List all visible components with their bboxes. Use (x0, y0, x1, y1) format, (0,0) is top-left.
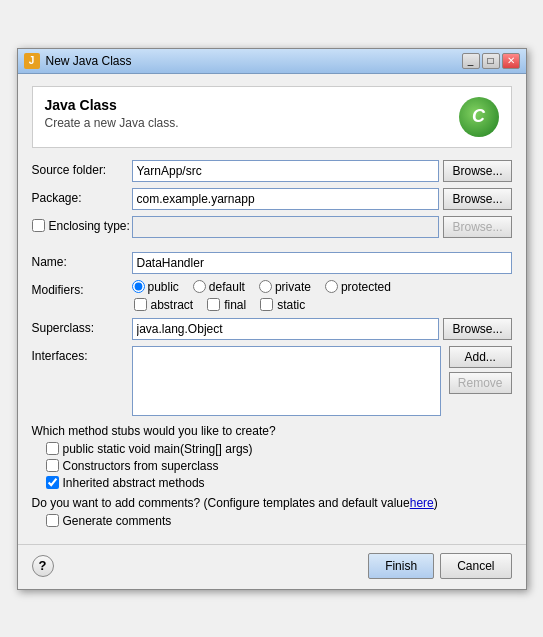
name-input-group (132, 252, 512, 274)
enclosing-type-checkbox-label[interactable]: Enclosing type: (32, 219, 132, 233)
source-folder-row: Source folder: Browse... (32, 160, 512, 182)
superclass-input[interactable] (132, 318, 440, 340)
method-stubs-question: Which method stubs would you like to cre… (32, 424, 512, 438)
action-buttons: Finish Cancel (368, 553, 511, 579)
package-input-group: Browse... (132, 188, 512, 210)
minimize-button[interactable]: _ (462, 53, 480, 69)
comments-link[interactable]: here (410, 496, 434, 510)
dialog-title: New Java Class (46, 54, 132, 68)
close-button[interactable]: ✕ (502, 53, 520, 69)
eclipse-icon: C (459, 97, 499, 137)
stub-main-checkbox[interactable] (46, 442, 59, 455)
help-button[interactable]: ? (32, 555, 54, 577)
generate-comments-label[interactable]: Generate comments (46, 514, 512, 528)
title-bar-left: J New Java Class (24, 53, 132, 69)
comments-section: Do you want to add comments? (Configure … (32, 496, 512, 528)
package-label: Package: (32, 188, 132, 205)
new-java-class-dialog: J New Java Class _ □ ✕ Java Class Create… (17, 48, 527, 590)
source-folder-browse-button[interactable]: Browse... (443, 160, 511, 182)
stub-inherited-checkbox[interactable] (46, 476, 59, 489)
title-bar: J New Java Class _ □ ✕ (18, 49, 526, 74)
modifier-public-label[interactable]: public (132, 280, 179, 294)
superclass-row: Superclass: Browse... (32, 318, 512, 340)
modifier-checkbox-group: abstract final static (132, 298, 512, 312)
superclass-label: Superclass: (32, 318, 132, 335)
enclosing-type-checkbox[interactable] (32, 219, 45, 232)
interfaces-add-button[interactable]: Add... (449, 346, 512, 368)
interfaces-textarea[interactable] (132, 346, 441, 416)
modifier-protected-radio[interactable] (325, 280, 338, 293)
modifiers-row: Modifiers: public default private (32, 280, 512, 312)
enclosing-type-browse-button[interactable]: Browse... (443, 216, 511, 238)
stub-main-label[interactable]: public static void main(String[] args) (46, 442, 512, 456)
modifier-abstract-checkbox[interactable] (134, 298, 147, 311)
interfaces-buttons: Add... Remove (449, 346, 512, 394)
modifier-public-radio[interactable] (132, 280, 145, 293)
cancel-button[interactable]: Cancel (440, 553, 511, 579)
modifier-abstract-label[interactable]: abstract (134, 298, 194, 312)
modifier-final-label[interactable]: final (207, 298, 246, 312)
source-folder-input-group: Browse... (132, 160, 512, 182)
modifier-protected-label[interactable]: protected (325, 280, 391, 294)
bottom-bar: ? Finish Cancel (18, 544, 526, 589)
enclosing-type-input-group: Browse... (132, 216, 512, 238)
modifier-default-label[interactable]: default (193, 280, 245, 294)
modifiers-label: Modifiers: (32, 280, 132, 297)
modifier-default-radio[interactable] (193, 280, 206, 293)
interfaces-input-group: Add... Remove (132, 346, 512, 416)
superclass-browse-button[interactable]: Browse... (443, 318, 511, 340)
modifier-static-label[interactable]: static (260, 298, 305, 312)
stub-inherited-label[interactable]: Inherited abstract methods (46, 476, 512, 490)
header-subtitle: Create a new Java class. (45, 116, 179, 130)
enclosing-type-row: Enclosing type: Browse... (32, 216, 512, 238)
maximize-button[interactable]: □ (482, 53, 500, 69)
superclass-input-group: Browse... (132, 318, 512, 340)
modifier-private-radio[interactable] (259, 280, 272, 293)
header-section: Java Class Create a new Java class. C (32, 86, 512, 148)
modifier-static-checkbox[interactable] (260, 298, 273, 311)
header-title: Java Class (45, 97, 179, 113)
comments-question-text: Do you want to add comments? (Configure … (32, 496, 512, 510)
access-radio-group: public default private protected (132, 280, 512, 294)
package-browse-button[interactable]: Browse... (443, 188, 511, 210)
name-input[interactable] (132, 252, 512, 274)
finish-button[interactable]: Finish (368, 553, 434, 579)
title-buttons: _ □ ✕ (462, 53, 520, 69)
dialog-icon: J (24, 53, 40, 69)
enclosing-type-input[interactable] (132, 216, 440, 238)
generate-comments-checkbox[interactable] (46, 514, 59, 527)
modifier-final-checkbox[interactable] (207, 298, 220, 311)
modifiers-options: public default private protected (132, 280, 512, 312)
enclosing-type-label: Enclosing type: (32, 216, 132, 233)
interfaces-row: Interfaces: Add... Remove (32, 346, 512, 416)
name-label: Name: (32, 252, 132, 269)
stub-constructors-label[interactable]: Constructors from superclass (46, 459, 512, 473)
modifier-private-label[interactable]: private (259, 280, 311, 294)
package-row: Package: Browse... (32, 188, 512, 210)
header-text: Java Class Create a new Java class. (45, 97, 179, 130)
stub-constructors-checkbox[interactable] (46, 459, 59, 472)
source-folder-input[interactable] (132, 160, 440, 182)
package-input[interactable] (132, 188, 440, 210)
source-folder-label: Source folder: (32, 160, 132, 177)
name-row: Name: (32, 252, 512, 274)
interfaces-remove-button[interactable]: Remove (449, 372, 512, 394)
interfaces-label: Interfaces: (32, 346, 132, 363)
method-stubs-list: public static void main(String[] args) C… (32, 442, 512, 490)
dialog-content: Java Class Create a new Java class. C So… (18, 74, 526, 540)
